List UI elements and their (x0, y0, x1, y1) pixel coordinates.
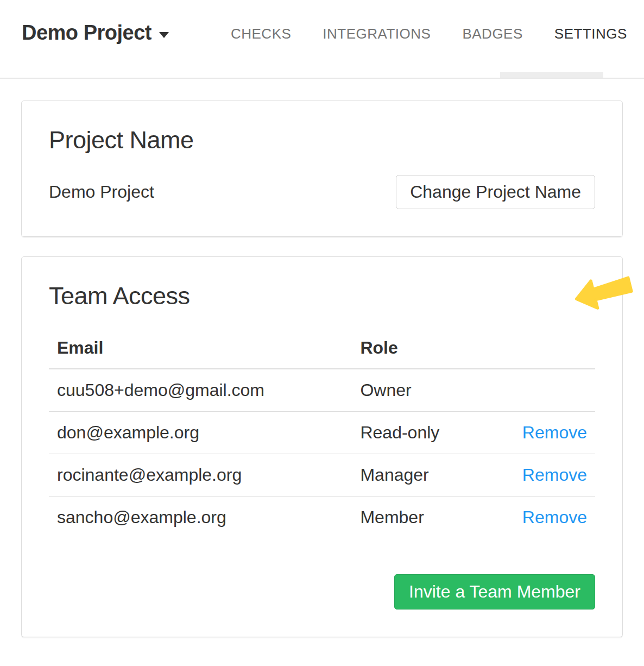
tab-badges[interactable]: BADGES (462, 26, 522, 42)
member-action-cell: Remove (513, 412, 595, 454)
email-column-header: Email (49, 338, 360, 369)
member-email: don@example.org (49, 412, 360, 454)
table-row: cuu508+demo@gmail.com Owner (49, 369, 595, 412)
table-row: rocinante@example.org Manager Remove (49, 454, 595, 497)
settings-page-content: Project Name Demo Project Change Project… (0, 79, 644, 637)
project-name-card: Project Name Demo Project Change Project… (21, 100, 623, 237)
member-role: Member (360, 497, 513, 539)
member-action-cell: Remove (513, 497, 595, 539)
member-action-cell: Remove (513, 454, 595, 497)
tab-settings[interactable]: SETTINGS (554, 26, 627, 42)
member-email: cuu508+demo@gmail.com (49, 369, 360, 412)
member-action-cell (513, 369, 595, 412)
action-column-header (513, 338, 595, 369)
active-tab-indicator (500, 72, 603, 78)
change-project-name-button[interactable]: Change Project Name (396, 175, 595, 209)
top-navigation-bar: Demo Project CHECKS INTEGRATIONS BADGES … (0, 0, 644, 79)
member-email: sancho@example.org (49, 497, 360, 539)
role-column-header: Role (360, 338, 513, 369)
remove-member-link[interactable]: Remove (522, 507, 587, 527)
project-title: Demo Project (22, 22, 151, 45)
member-role: Read-only (360, 412, 513, 454)
project-switcher-dropdown[interactable]: Demo Project (22, 22, 169, 45)
current-project-name: Demo Project (49, 182, 154, 202)
caret-down-icon (159, 32, 169, 38)
remove-member-link[interactable]: Remove (522, 465, 587, 485)
tab-integrations[interactable]: INTEGRATIONS (323, 26, 431, 42)
tab-checks[interactable]: CHECKS (231, 26, 291, 42)
project-name-card-title: Project Name (49, 126, 595, 154)
team-access-card-title: Team Access (49, 282, 595, 310)
project-name-row: Demo Project Change Project Name (49, 175, 595, 209)
table-header-row: Email Role (49, 338, 595, 369)
table-row: don@example.org Read-only Remove (49, 412, 595, 454)
invite-button-row: Invite a Team Member (49, 574, 595, 610)
table-row: sancho@example.org Member Remove (49, 497, 595, 539)
member-role: Owner (360, 369, 513, 412)
invite-team-member-button[interactable]: Invite a Team Member (394, 574, 595, 610)
nav-tabs: CHECKS INTEGRATIONS BADGES SETTINGS (199, 26, 627, 42)
member-email: rocinante@example.org (49, 454, 360, 497)
team-members-table: Email Role cuu508+demo@gmail.com Owner d… (49, 338, 595, 538)
team-access-card: Team Access Email Role cuu508+demo@gmail… (21, 256, 623, 638)
member-role: Manager (360, 454, 513, 497)
remove-member-link[interactable]: Remove (522, 423, 587, 442)
